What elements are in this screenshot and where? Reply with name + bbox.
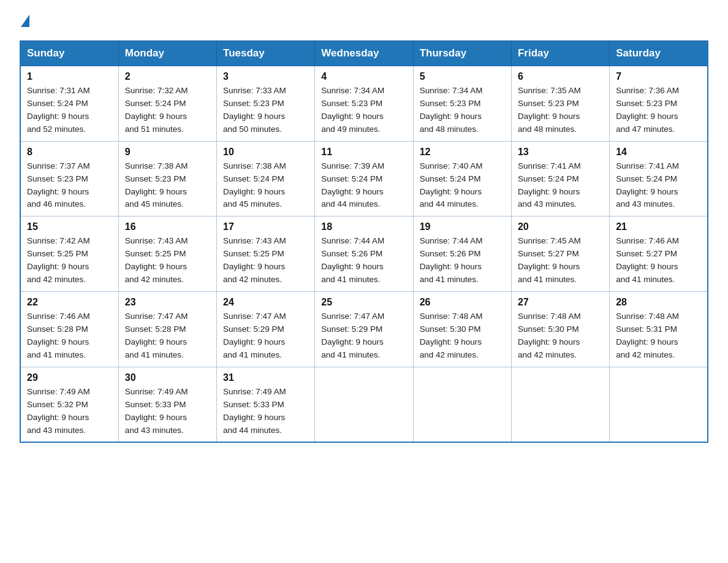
day-info: Sunrise: 7:49 AMSunset: 5:33 PMDaylight:… (223, 386, 308, 437)
calendar-cell (413, 367, 511, 442)
calendar-cell: 16Sunrise: 7:43 AMSunset: 5:25 PMDayligh… (118, 216, 216, 292)
day-number: 14 (616, 147, 701, 158)
calendar-cell: 28Sunrise: 7:48 AMSunset: 5:31 PMDayligh… (610, 292, 708, 367)
day-number: 15 (27, 221, 112, 232)
day-number: 2 (125, 71, 210, 82)
calendar-cell: 7Sunrise: 7:36 AMSunset: 5:23 PMDaylight… (610, 66, 708, 142)
calendar-cell (610, 367, 708, 442)
col-header-sunday: Sunday (20, 41, 118, 66)
day-info: Sunrise: 7:47 AMSunset: 5:29 PMDaylight:… (223, 310, 308, 362)
calendar-cell: 9Sunrise: 7:38 AMSunset: 5:23 PMDaylight… (118, 141, 216, 216)
calendar-week-row: 29Sunrise: 7:49 AMSunset: 5:32 PMDayligh… (20, 367, 708, 442)
day-number: 17 (223, 221, 308, 232)
calendar-cell: 19Sunrise: 7:44 AMSunset: 5:26 PMDayligh… (413, 216, 511, 292)
day-info: Sunrise: 7:37 AMSunset: 5:23 PMDaylight:… (27, 160, 112, 212)
day-info: Sunrise: 7:44 AMSunset: 5:26 PMDaylight:… (420, 235, 505, 286)
day-info: Sunrise: 7:34 AMSunset: 5:23 PMDaylight:… (420, 85, 505, 136)
col-header-tuesday: Tuesday (217, 41, 315, 66)
day-number: 30 (125, 372, 210, 383)
calendar-cell (315, 367, 413, 442)
day-info: Sunrise: 7:31 AMSunset: 5:24 PMDaylight:… (27, 85, 112, 136)
calendar-cell: 1Sunrise: 7:31 AMSunset: 5:24 PMDaylight… (20, 66, 118, 142)
calendar-header-row: SundayMondayTuesdayWednesdayThursdayFrid… (20, 41, 708, 66)
col-header-saturday: Saturday (610, 41, 708, 66)
day-info: Sunrise: 7:41 AMSunset: 5:24 PMDaylight:… (518, 160, 603, 212)
calendar-week-row: 8Sunrise: 7:37 AMSunset: 5:23 PMDaylight… (20, 141, 708, 216)
calendar-week-row: 1Sunrise: 7:31 AMSunset: 5:24 PMDaylight… (20, 66, 708, 142)
day-info: Sunrise: 7:48 AMSunset: 5:30 PMDaylight:… (518, 310, 603, 362)
calendar-cell: 21Sunrise: 7:46 AMSunset: 5:27 PMDayligh… (610, 216, 708, 292)
day-number: 3 (223, 71, 308, 82)
calendar-cell: 25Sunrise: 7:47 AMSunset: 5:29 PMDayligh… (315, 292, 413, 367)
col-header-monday: Monday (118, 41, 216, 66)
calendar-cell: 26Sunrise: 7:48 AMSunset: 5:30 PMDayligh… (413, 292, 511, 367)
calendar-cell: 13Sunrise: 7:41 AMSunset: 5:24 PMDayligh… (511, 141, 609, 216)
day-number: 28 (616, 297, 701, 308)
day-number: 29 (27, 372, 112, 383)
day-number: 31 (223, 372, 308, 383)
day-info: Sunrise: 7:35 AMSunset: 5:23 PMDaylight:… (518, 85, 603, 136)
day-number: 23 (125, 297, 210, 308)
calendar-cell: 29Sunrise: 7:49 AMSunset: 5:32 PMDayligh… (20, 367, 118, 442)
day-info: Sunrise: 7:32 AMSunset: 5:24 PMDaylight:… (125, 85, 210, 136)
calendar-cell: 4Sunrise: 7:34 AMSunset: 5:23 PMDaylight… (315, 66, 413, 142)
day-info: Sunrise: 7:44 AMSunset: 5:26 PMDaylight:… (321, 235, 406, 286)
day-number: 26 (420, 297, 505, 308)
calendar-cell: 20Sunrise: 7:45 AMSunset: 5:27 PMDayligh… (511, 216, 609, 292)
day-number: 27 (518, 297, 603, 308)
calendar-cell: 6Sunrise: 7:35 AMSunset: 5:23 PMDaylight… (511, 66, 609, 142)
day-info: Sunrise: 7:38 AMSunset: 5:24 PMDaylight:… (223, 160, 308, 212)
day-info: Sunrise: 7:45 AMSunset: 5:27 PMDaylight:… (518, 235, 603, 286)
day-info: Sunrise: 7:43 AMSunset: 5:25 PMDaylight:… (125, 235, 210, 286)
day-number: 24 (223, 297, 308, 308)
day-number: 25 (321, 297, 406, 308)
calendar-cell: 22Sunrise: 7:46 AMSunset: 5:28 PMDayligh… (20, 292, 118, 367)
day-number: 22 (27, 297, 112, 308)
day-number: 7 (616, 71, 701, 82)
calendar-cell: 10Sunrise: 7:38 AMSunset: 5:24 PMDayligh… (217, 141, 315, 216)
day-info: Sunrise: 7:46 AMSunset: 5:28 PMDaylight:… (27, 310, 112, 362)
day-number: 13 (518, 147, 603, 158)
day-info: Sunrise: 7:49 AMSunset: 5:32 PMDaylight:… (27, 386, 112, 437)
calendar-week-row: 22Sunrise: 7:46 AMSunset: 5:28 PMDayligh… (20, 292, 708, 367)
day-info: Sunrise: 7:42 AMSunset: 5:25 PMDaylight:… (27, 235, 112, 286)
day-info: Sunrise: 7:43 AMSunset: 5:25 PMDaylight:… (223, 235, 308, 286)
calendar-cell: 5Sunrise: 7:34 AMSunset: 5:23 PMDaylight… (413, 66, 511, 142)
day-number: 10 (223, 147, 308, 158)
day-info: Sunrise: 7:41 AMSunset: 5:24 PMDaylight:… (616, 160, 701, 212)
day-info: Sunrise: 7:46 AMSunset: 5:27 PMDaylight:… (616, 235, 701, 286)
day-info: Sunrise: 7:34 AMSunset: 5:23 PMDaylight:… (321, 85, 406, 136)
page-header (20, 15, 708, 29)
calendar-cell: 17Sunrise: 7:43 AMSunset: 5:25 PMDayligh… (217, 216, 315, 292)
day-number: 6 (518, 71, 603, 82)
calendar-cell: 12Sunrise: 7:40 AMSunset: 5:24 PMDayligh… (413, 141, 511, 216)
calendar-cell: 18Sunrise: 7:44 AMSunset: 5:26 PMDayligh… (315, 216, 413, 292)
calendar-cell: 8Sunrise: 7:37 AMSunset: 5:23 PMDaylight… (20, 141, 118, 216)
day-info: Sunrise: 7:38 AMSunset: 5:23 PMDaylight:… (125, 160, 210, 212)
calendar-cell: 2Sunrise: 7:32 AMSunset: 5:24 PMDaylight… (118, 66, 216, 142)
logo (20, 15, 29, 29)
calendar-cell (511, 367, 609, 442)
day-number: 11 (321, 147, 406, 158)
day-number: 5 (420, 71, 505, 82)
day-info: Sunrise: 7:49 AMSunset: 5:33 PMDaylight:… (125, 386, 210, 437)
day-info: Sunrise: 7:47 AMSunset: 5:29 PMDaylight:… (321, 310, 406, 362)
day-number: 4 (321, 71, 406, 82)
calendar-cell: 23Sunrise: 7:47 AMSunset: 5:28 PMDayligh… (118, 292, 216, 367)
col-header-thursday: Thursday (413, 41, 511, 66)
calendar-cell: 30Sunrise: 7:49 AMSunset: 5:33 PMDayligh… (118, 367, 216, 442)
day-info: Sunrise: 7:48 AMSunset: 5:31 PMDaylight:… (616, 310, 701, 362)
logo-triangle-icon (21, 15, 29, 27)
day-number: 9 (125, 147, 210, 158)
day-info: Sunrise: 7:36 AMSunset: 5:23 PMDaylight:… (616, 85, 701, 136)
day-number: 18 (321, 221, 406, 232)
day-number: 19 (420, 221, 505, 232)
col-header-wednesday: Wednesday (315, 41, 413, 66)
day-info: Sunrise: 7:48 AMSunset: 5:30 PMDaylight:… (420, 310, 505, 362)
day-info: Sunrise: 7:33 AMSunset: 5:23 PMDaylight:… (223, 85, 308, 136)
day-number: 21 (616, 221, 701, 232)
day-number: 8 (27, 147, 112, 158)
calendar-cell: 27Sunrise: 7:48 AMSunset: 5:30 PMDayligh… (511, 292, 609, 367)
calendar-week-row: 15Sunrise: 7:42 AMSunset: 5:25 PMDayligh… (20, 216, 708, 292)
day-info: Sunrise: 7:47 AMSunset: 5:28 PMDaylight:… (125, 310, 210, 362)
